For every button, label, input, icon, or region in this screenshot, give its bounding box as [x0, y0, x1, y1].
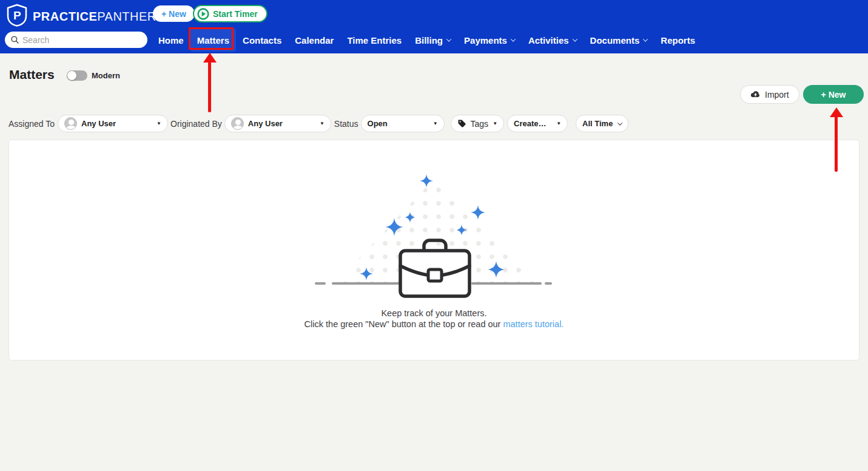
matters-page: P PRACTICE PANTHER ® + New Start Timer — [0, 0, 868, 471]
status-dropdown[interactable]: Open ▼ — [361, 115, 445, 132]
nav-item-home[interactable]: Home — [152, 27, 190, 53]
status-label: Status — [334, 119, 358, 129]
annotation-box-matters — [189, 27, 234, 50]
tags-label: Tags — [471, 119, 489, 129]
all-time-dropdown[interactable]: All Time — [576, 115, 628, 132]
chevron-down-icon — [643, 36, 648, 41]
nav-item-billing[interactable]: Billing — [408, 27, 457, 53]
ground-line — [315, 282, 326, 285]
empty-state-line1: Keep track of your Matters. — [8, 308, 860, 318]
chevron-down-icon — [511, 36, 516, 41]
sparkle-icon — [360, 267, 373, 283]
sparkle-icon — [420, 174, 433, 190]
caret-down-icon: ▼ — [433, 121, 438, 126]
brand-part1: PRACTICE — [33, 10, 97, 24]
brand-part2: PANTHER — [97, 10, 156, 24]
top-header: P PRACTICE PANTHER ® + New Start Timer — [0, 0, 868, 53]
ground-line — [545, 282, 552, 285]
filter-bar: Assigned To Any User ▼ Originated By Any… — [8, 115, 628, 132]
create-date-dropdown[interactable]: Create… ▼ — [507, 115, 568, 132]
nav-item-calendar[interactable]: Calendar — [288, 27, 340, 53]
search-icon — [11, 36, 19, 44]
sparkle-icon — [488, 261, 505, 280]
ground-line — [471, 282, 542, 285]
caret-down-icon: ▼ — [556, 121, 561, 126]
tag-icon — [457, 119, 466, 128]
toggle-knob — [67, 71, 76, 80]
nav-item-time-entries[interactable]: Time Entries — [340, 27, 408, 53]
nav-item-documents[interactable]: Documents — [584, 27, 654, 53]
svg-text:P: P — [13, 9, 21, 22]
nav-item-reports[interactable]: Reports — [654, 27, 702, 53]
annotation-arrow-new-button — [829, 107, 843, 173]
play-circle-icon — [197, 8, 209, 20]
nav-item-payments[interactable]: Payments — [457, 27, 522, 53]
chevron-down-icon — [572, 36, 577, 41]
tags-dropdown[interactable]: Tags ▼ — [451, 115, 505, 132]
caret-down-icon: ▼ — [156, 121, 161, 126]
nav-item-contacts[interactable]: Contacts — [236, 27, 288, 53]
assigned-to-label: Assigned To — [8, 119, 55, 129]
practicepanther-logo[interactable]: P PRACTICE PANTHER ® — [6, 4, 161, 29]
modern-toggle[interactable] — [67, 70, 87, 81]
sparkle-icon — [471, 205, 485, 222]
sparkle-icon — [385, 218, 403, 239]
person-circle-icon — [64, 117, 77, 130]
caret-down-icon: ▼ — [320, 121, 325, 126]
import-button[interactable]: Import — [740, 85, 799, 104]
modern-toggle-label: Modern — [92, 71, 120, 80]
chevron-down-icon — [446, 36, 451, 41]
matters-tutorial-link[interactable]: matters tutorial. — [503, 319, 564, 329]
empty-state-line2: Click the green "New" button at the top … — [8, 319, 860, 329]
start-timer-label: Start Timer — [213, 9, 258, 19]
page-title: Matters — [9, 67, 55, 82]
start-timer-button[interactable]: Start Timer — [193, 5, 267, 22]
search-input[interactable] — [22, 35, 141, 45]
originated-by-dropdown[interactable]: Any User ▼ — [224, 115, 331, 132]
annotation-arrow-matters — [203, 53, 217, 114]
nav-item-activities[interactable]: Activities — [522, 27, 584, 53]
shield-logo-icon: P — [6, 4, 28, 29]
person-circle-icon — [231, 117, 244, 130]
sparkle-icon — [405, 212, 415, 225]
new-matter-button[interactable]: + New — [803, 85, 864, 104]
assigned-to-dropdown[interactable]: Any User ▼ — [58, 115, 168, 132]
brand-wordmark: PRACTICE PANTHER ® — [33, 10, 161, 24]
chevron-down-icon — [617, 120, 622, 125]
cloud-upload-icon — [750, 90, 761, 99]
sparkle-icon — [456, 225, 467, 238]
briefcase-icon — [398, 236, 472, 302]
global-search[interactable] — [5, 32, 147, 48]
caret-down-icon: ▼ — [493, 121, 497, 126]
import-button-label: Import — [765, 90, 789, 100]
originated-by-label: Originated By — [170, 119, 222, 129]
main-nav: Home Matters Contacts Calendar Time Entr… — [152, 27, 702, 53]
header-new-button[interactable]: + New — [153, 5, 195, 22]
empty-state-line2-text: Click the green "New" button at the top … — [304, 319, 503, 329]
